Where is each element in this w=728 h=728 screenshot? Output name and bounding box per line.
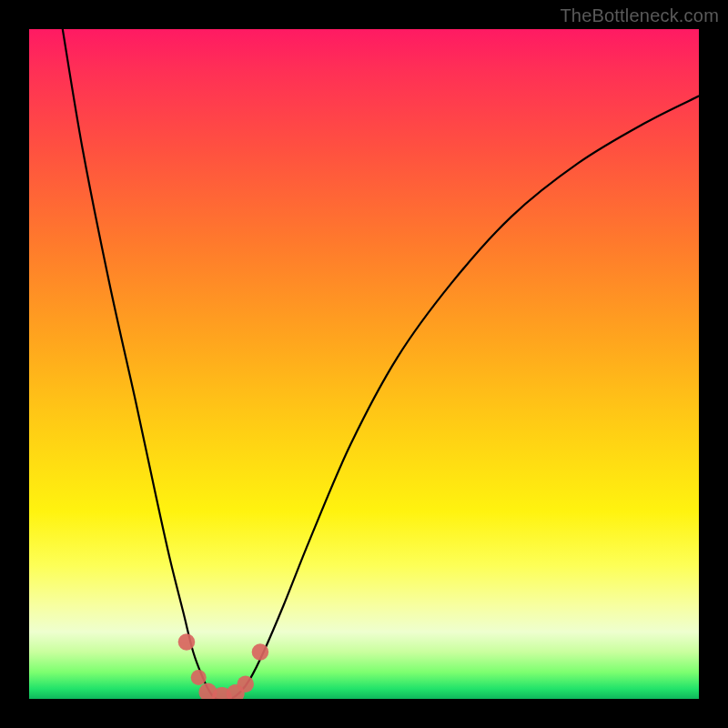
curve-marker	[252, 643, 269, 661]
curve-marker	[178, 633, 196, 651]
bottleneck-curve	[63, 29, 699, 699]
chart-frame: TheBottleneck.com	[0, 0, 728, 728]
watermark-text: TheBottleneck.com	[560, 5, 719, 26]
plot-area	[29, 29, 699, 699]
curve-marker	[191, 670, 207, 685]
curve-layer	[29, 29, 699, 699]
curve-marker	[237, 676, 254, 693]
curve-markers	[178, 633, 269, 699]
